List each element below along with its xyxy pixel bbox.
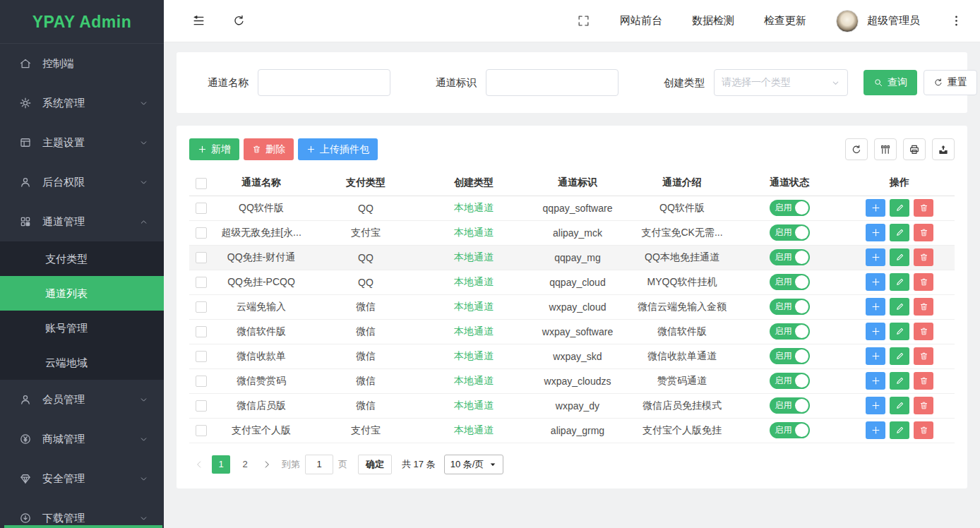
row-checkbox[interactable] xyxy=(196,227,207,239)
sidebar-item-label: 会员管理 xyxy=(42,393,85,407)
row-checkbox[interactable] xyxy=(196,326,207,337)
delete-row-button[interactable] xyxy=(914,248,933,266)
status-toggle[interactable]: 启用 xyxy=(770,299,810,315)
row-checkbox[interactable] xyxy=(196,252,207,263)
delete-row-button[interactable] xyxy=(914,397,933,414)
sidebar-item-theme[interactable]: 主题设置 xyxy=(0,123,164,162)
topbar-link-data-check[interactable]: 数据检测 xyxy=(692,14,734,28)
move-row-button[interactable] xyxy=(866,372,885,390)
move-icon xyxy=(871,277,880,287)
channel-name-input[interactable] xyxy=(258,69,390,96)
page-number-1[interactable]: 1 xyxy=(212,455,230,474)
edit-row-button[interactable] xyxy=(890,273,909,291)
delete-row-button[interactable] xyxy=(914,372,933,390)
status-toggle[interactable]: 启用 xyxy=(770,200,810,216)
delete-button[interactable]: 删除 xyxy=(244,138,294,160)
refresh-page-icon[interactable] xyxy=(232,14,246,28)
sidebar-subitem-channel-list[interactable]: 通道列表 xyxy=(0,276,164,311)
reset-button[interactable]: 重置 xyxy=(924,70,977,95)
edit-row-button[interactable] xyxy=(890,323,909,340)
status-toggle[interactable]: 启用 xyxy=(770,323,810,340)
create-type-select[interactable]: 请选择一个类型 xyxy=(714,69,848,96)
edit-row-button[interactable] xyxy=(890,347,909,365)
status-cell: 启用 xyxy=(734,418,844,443)
delete-row-button[interactable] xyxy=(914,347,933,365)
delete-row-button[interactable] xyxy=(914,323,933,340)
edit-row-button[interactable] xyxy=(890,248,909,266)
edit-row-button[interactable] xyxy=(890,397,909,414)
edit-row-button[interactable] xyxy=(890,372,909,390)
status-toggle[interactable]: 启用 xyxy=(770,274,810,290)
delete-row-button[interactable] xyxy=(914,421,933,439)
move-row-button[interactable] xyxy=(866,224,885,241)
move-row-button[interactable] xyxy=(866,347,885,365)
trash-icon xyxy=(919,426,928,435)
delete-row-button[interactable] xyxy=(914,298,933,316)
user-menu[interactable]: 超级管理员 xyxy=(836,10,920,32)
more-options-icon[interactable] xyxy=(950,14,963,28)
edit-icon xyxy=(895,228,904,237)
move-row-button[interactable] xyxy=(866,323,885,340)
sidebar-item-permission[interactable]: 后台权限 xyxy=(0,162,164,202)
move-row-button[interactable] xyxy=(866,199,885,217)
sidebar-item-download[interactable]: 下载管理 xyxy=(0,498,164,528)
toggle-columns-button[interactable] xyxy=(874,138,897,160)
row-checkbox[interactable] xyxy=(196,277,207,288)
export-button[interactable] xyxy=(932,138,955,160)
goto-confirm-button[interactable]: 确定 xyxy=(358,455,392,474)
prev-page-icon[interactable] xyxy=(194,460,204,469)
select-all-checkbox[interactable] xyxy=(196,178,207,189)
edit-row-button[interactable] xyxy=(890,421,909,439)
channel-code-input[interactable] xyxy=(486,69,619,96)
sidebar-item-mall[interactable]: 商城管理 xyxy=(0,419,164,459)
avatar[interactable] xyxy=(836,10,859,32)
sidebar-item-security[interactable]: 安全管理 xyxy=(0,459,164,498)
row-checkbox[interactable] xyxy=(196,400,207,412)
row-checkbox[interactable] xyxy=(196,425,207,436)
refresh-table-button[interactable] xyxy=(845,138,868,160)
move-row-button[interactable] xyxy=(866,397,885,414)
next-page-icon[interactable] xyxy=(262,460,272,469)
sidebar-subitem-account[interactable]: 账号管理 xyxy=(0,311,164,345)
status-toggle[interactable]: 启用 xyxy=(770,373,810,389)
search-button[interactable]: 查询 xyxy=(864,70,917,95)
collapse-sidebar-icon[interactable] xyxy=(192,14,205,28)
channel-name-cell: 微信收款单 xyxy=(213,344,309,368)
status-toggle[interactable]: 启用 xyxy=(770,249,810,265)
topbar-link-check-update[interactable]: 检查更新 xyxy=(764,14,806,28)
page-number-2[interactable]: 2 xyxy=(236,455,254,474)
sidebar-subitem-pay-type[interactable]: 支付类型 xyxy=(0,241,164,276)
upload-plugin-button[interactable]: 上传插件包 xyxy=(298,138,378,160)
sidebar-item-channel[interactable]: 通道管理 xyxy=(0,202,164,241)
row-checkbox[interactable] xyxy=(196,376,207,387)
row-checkbox[interactable] xyxy=(196,301,207,313)
sidebar-subitem-cloud-region[interactable]: 云端地域 xyxy=(0,345,164,380)
sidebar-item-member[interactable]: 会员管理 xyxy=(0,380,164,419)
move-row-button[interactable] xyxy=(866,273,885,291)
sidebar-item-dashboard[interactable]: 控制端 xyxy=(0,44,164,83)
page-size-select[interactable]: 10 条/页 xyxy=(444,455,504,474)
row-checkbox[interactable] xyxy=(196,203,207,214)
goto-page-input[interactable] xyxy=(305,455,333,474)
status-toggle[interactable]: 启用 xyxy=(770,422,810,438)
topbar-link-site-front[interactable]: 网站前台 xyxy=(620,14,662,28)
edit-row-button[interactable] xyxy=(890,199,909,217)
row-checkbox[interactable] xyxy=(196,351,207,362)
move-row-button[interactable] xyxy=(866,298,885,316)
edit-row-button[interactable] xyxy=(890,298,909,316)
create-type-cell: 本地通道 xyxy=(422,245,525,270)
edit-row-button[interactable] xyxy=(890,224,909,241)
sidebar-item-system[interactable]: 系统管理 xyxy=(0,83,164,123)
delete-row-button[interactable] xyxy=(914,273,933,291)
print-button[interactable] xyxy=(903,138,926,160)
add-button[interactable]: 新增 xyxy=(189,138,239,160)
move-row-button[interactable] xyxy=(866,421,885,439)
column-header: 操作 xyxy=(844,171,955,196)
status-toggle[interactable]: 启用 xyxy=(770,224,810,241)
delete-row-button[interactable] xyxy=(914,199,933,217)
status-toggle[interactable]: 启用 xyxy=(770,397,810,414)
delete-row-button[interactable] xyxy=(914,224,933,241)
status-toggle[interactable]: 启用 xyxy=(770,348,810,364)
move-row-button[interactable] xyxy=(866,248,885,266)
fullscreen-icon[interactable] xyxy=(577,14,590,28)
